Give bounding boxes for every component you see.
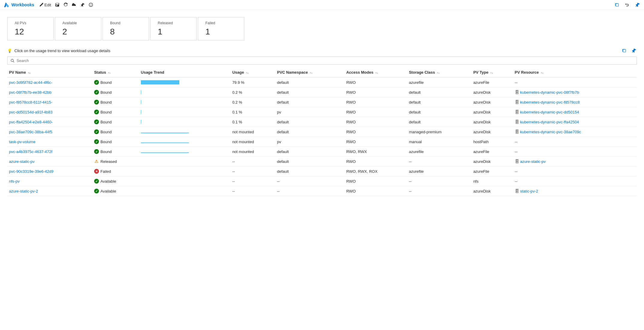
col-usage-trend[interactable]: Usage Trend bbox=[139, 68, 231, 77]
col-pv-type[interactable]: PV Type ↑↓ bbox=[472, 68, 513, 77]
sort-storage-class[interactable]: ↑↓ bbox=[437, 72, 440, 74]
pv-name-link[interactable]: pvc-ffa42504-e2e8-4460- bbox=[9, 120, 53, 124]
pv-type-cell: azureDisk bbox=[472, 107, 513, 117]
pv-name-link[interactable]: pvc-90c3319e-39e6-42d9 bbox=[9, 169, 53, 174]
search-input[interactable] bbox=[16, 58, 634, 63]
col-status-label: Status bbox=[94, 70, 106, 75]
usage-bar-container[interactable] bbox=[141, 120, 189, 124]
undo-icon[interactable] bbox=[624, 2, 630, 8]
pvc-namespace-cell: pv bbox=[275, 107, 344, 117]
access-modes-cell: RWO bbox=[344, 137, 407, 147]
pv-name-link[interactable]: azure-static-pv-2 bbox=[9, 189, 38, 193]
storage-class-cell: default bbox=[407, 97, 472, 107]
pv-resource-link[interactable]: kubernetes-dynamic-pvc-38ae709c bbox=[520, 130, 581, 134]
tip-row: 💡 Click on the usage trend to view workl… bbox=[0, 45, 644, 57]
usage-trend-cell[interactable] bbox=[139, 117, 231, 127]
usage-trend-cell[interactable] bbox=[139, 166, 231, 176]
pv-name-link[interactable]: nfs-pv bbox=[9, 179, 19, 184]
pv-resource-link[interactable]: kubernetes-dynamic-pvc-f8578cc8 bbox=[520, 100, 580, 105]
pv-name-link[interactable]: task-pv-volume bbox=[9, 140, 35, 144]
usage-trend-cell[interactable] bbox=[139, 107, 231, 117]
usage-trend-cell[interactable] bbox=[139, 147, 231, 157]
sort-status[interactable]: ↑↓ bbox=[108, 72, 111, 74]
table-header-row: PV Name ↑↓ Status ↑↓ Usage Trend Usage ↑… bbox=[7, 68, 637, 77]
sort-access-modes[interactable]: ↑↓ bbox=[375, 72, 378, 74]
pv-name-link[interactable]: pvc-38ae709c-38ba-44f5 bbox=[9, 130, 52, 134]
col-pv-name[interactable]: PV Name ↑↓ bbox=[7, 68, 92, 77]
pin-icon bbox=[80, 3, 85, 7]
pv-resource-icon-container: 🗄kubernetes-dynamic-pvc-f8578cc8 bbox=[515, 100, 580, 105]
table-row: azure-static-pv⚠Released--defaultRWO--az… bbox=[7, 157, 637, 166]
col-access-modes[interactable]: Access Modes ↑↓ bbox=[344, 68, 407, 77]
card-available[interactable]: Available 2 bbox=[55, 17, 101, 40]
sort-pv-type[interactable]: ↑↓ bbox=[490, 72, 493, 74]
pv-name-link[interactable]: pvc-3d95f782-ac44-4f6c- bbox=[9, 80, 52, 85]
status-cell: ✕Failed bbox=[92, 166, 139, 176]
status-text: Bound bbox=[100, 120, 112, 124]
feedback-button[interactable] bbox=[89, 3, 93, 7]
usage-bar-container[interactable] bbox=[141, 80, 189, 84]
tip-pin-icon[interactable] bbox=[631, 48, 637, 54]
pvc-namespace-cell: default bbox=[275, 97, 344, 107]
storage-class-cell: -- bbox=[407, 176, 472, 186]
pv-name-link[interactable]: pvc-a4b3975c-4637-472f bbox=[9, 149, 52, 154]
copy-icon[interactable] bbox=[614, 2, 620, 8]
refresh-button[interactable] bbox=[64, 3, 68, 7]
toolbar-actions: Edit bbox=[39, 3, 93, 7]
usage-bar-container[interactable] bbox=[141, 110, 189, 114]
usage-trend-cell[interactable] bbox=[139, 127, 231, 137]
access-modes-cell: RWO, RWX bbox=[344, 147, 407, 157]
usage-trend-cell[interactable] bbox=[139, 87, 231, 97]
sort-pv-name[interactable]: ↑↓ bbox=[28, 72, 31, 74]
pv-name-link[interactable]: pvc-f8578cc8-611f-4415- bbox=[9, 100, 52, 105]
col-storage-class[interactable]: Storage Class ↑↓ bbox=[407, 68, 472, 77]
col-pvc-namespace[interactable]: PVC Namespace ↑↓ bbox=[275, 68, 344, 77]
pv-resource-link[interactable]: kubernetes-dynamic-pvc-dd50154 bbox=[520, 110, 579, 114]
pv-type-cell: azureDisk bbox=[472, 117, 513, 127]
card-failed[interactable]: Failed 1 bbox=[198, 17, 244, 40]
share-button[interactable] bbox=[72, 3, 76, 7]
status-cell: ✓Bound bbox=[92, 127, 139, 137]
tip-copy-icon[interactable] bbox=[621, 48, 627, 54]
sort-pvc-namespace[interactable]: ↑↓ bbox=[310, 72, 312, 74]
svg-point-8 bbox=[11, 59, 13, 61]
col-pv-resource[interactable]: PV Resource ↑↓ bbox=[513, 68, 637, 77]
edit-button[interactable]: Edit bbox=[39, 3, 51, 7]
col-status[interactable]: Status ↑↓ bbox=[92, 68, 139, 77]
usage-trend-cell[interactable] bbox=[139, 176, 231, 186]
pv-name-link[interactable]: azure-static-pv bbox=[9, 159, 34, 164]
sort-usage[interactable]: ↑↓ bbox=[246, 72, 249, 74]
usage-trend-cell[interactable] bbox=[139, 97, 231, 107]
status-cell: ✓Available bbox=[92, 176, 139, 186]
pvc-namespace-cell: default bbox=[275, 166, 344, 176]
card-all-pvs[interactable]: All PVs 12 bbox=[7, 17, 54, 40]
card-released[interactable]: Released 1 bbox=[150, 17, 197, 40]
usage-trend-cell[interactable] bbox=[139, 137, 231, 147]
sort-pv-resource[interactable]: ↑↓ bbox=[541, 72, 544, 74]
pin-toolbar-icon[interactable] bbox=[634, 2, 640, 8]
card-released-label: Released bbox=[158, 21, 189, 25]
pv-resource-link[interactable]: azure-static-pv bbox=[520, 159, 546, 164]
usage-trend-cell[interactable] bbox=[139, 186, 231, 196]
usage-bar-container[interactable] bbox=[141, 90, 189, 94]
disk-stack-icon: 🗄 bbox=[515, 159, 519, 164]
pv-type-cell: hostPath bbox=[472, 137, 513, 147]
pv-name-link[interactable]: pvc-dd50154d-a91f-4b83 bbox=[9, 110, 52, 114]
save-button[interactable] bbox=[55, 3, 59, 7]
brand-label: Workbooks bbox=[11, 2, 34, 7]
card-bound[interactable]: Bound 8 bbox=[103, 17, 149, 40]
usage-trend-cell[interactable] bbox=[139, 77, 231, 87]
storage-class-cell: default bbox=[407, 117, 472, 127]
pin-button[interactable] bbox=[80, 3, 85, 7]
access-modes-cell: RWO, RWX, ROX bbox=[344, 166, 407, 176]
pv-resource-link[interactable]: kubernetes-dynamic-pvc-08f7fb7b bbox=[520, 90, 579, 95]
pv-resource-link[interactable]: kubernetes-dynamic-pvc-ffa42504 bbox=[520, 120, 579, 124]
usage-trend-cell[interactable] bbox=[139, 157, 231, 166]
tip-icons bbox=[621, 48, 637, 54]
pv-resource-link[interactable]: static-pv-2 bbox=[520, 189, 538, 193]
pv-name-link[interactable]: pvc-08f7fb7b-ee38-42bb bbox=[9, 90, 52, 95]
usage-bar-container[interactable] bbox=[141, 100, 189, 104]
search-box[interactable] bbox=[7, 57, 637, 65]
pv-resource-icon-container: 🗄static-pv-2 bbox=[515, 189, 538, 193]
col-usage[interactable]: Usage ↑↓ bbox=[231, 68, 275, 77]
